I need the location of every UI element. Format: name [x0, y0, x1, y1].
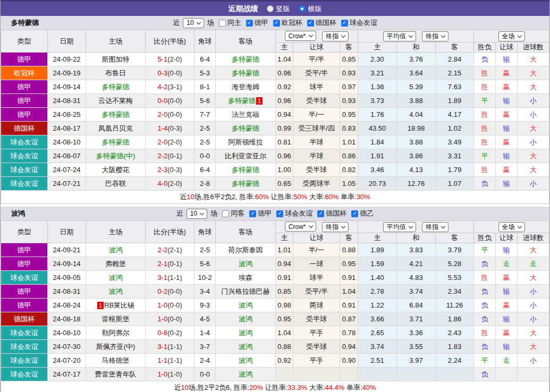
result-handicap-cell: 赢 [496, 326, 518, 340]
recent-count-select[interactable]: 10 [187, 209, 207, 219]
match-row: 德甲24-09-14多特蒙德4-2(3-1)8-1海登海姆0.92球半0.971… [1, 80, 549, 94]
halftime-score: (0-2) [167, 329, 182, 337]
league-filter-checkbox[interactable]: ✓ [351, 210, 358, 217]
col-header-odds-home: 主 [276, 42, 293, 53]
bookmaker-select[interactable]: Crow* [285, 221, 316, 232]
summary-text: 场,胜6平2负2, 胜率: [194, 193, 255, 201]
odds-home-cell: 0.95 [276, 312, 293, 326]
corner-cell: 6-4 [194, 53, 216, 66]
col-header-away: 客场 [216, 30, 276, 53]
avg-draw-cell: 3.36 [397, 326, 436, 340]
col-header-score: 比分(半场) [146, 30, 194, 53]
league-filter-checkbox[interactable]: ✓ [273, 20, 280, 27]
result-outcome-cell: 胜 [474, 80, 496, 94]
avg-draw-cell: 3.83 [397, 243, 436, 257]
home-team-name: 多特蒙德(中) [96, 152, 136, 160]
date-cell: 24-09-14 [48, 257, 86, 271]
league-filter-checkbox[interactable]: ✓ [249, 210, 256, 217]
summary-text: 大率: [307, 193, 325, 201]
halftime-score: (0-0) [167, 69, 182, 77]
home-team-cell: 大阪樱花 [86, 163, 146, 177]
layout-radio-horizontal[interactable]: 横版 [299, 4, 322, 14]
home-team-name: 斯佩齐亚(中) [96, 343, 136, 351]
average-select[interactable]: 平均值 [383, 222, 416, 232]
average-stage-select[interactable]: 终指 [422, 31, 449, 41]
average-select[interactable]: 平均值 [383, 31, 416, 41]
odds-away-cell: 0.86 [340, 149, 358, 163]
odds-handicap-cell: 受平/半 [293, 285, 340, 299]
league-filter-checkbox[interactable]: ✓ [307, 20, 314, 27]
corner-cell: 2-8 [194, 177, 216, 191]
odds-away-cell: 0.85 [340, 53, 358, 66]
result-handicap-cell: 赢 [496, 299, 518, 312]
league-type-cell: 球会友谊 [1, 135, 48, 149]
result-outcome-cell: 胜 [474, 108, 496, 122]
odds-away-cell: 0.91 [340, 299, 358, 312]
bookmaker-select[interactable]: Crow* [285, 31, 316, 41]
away-team-cell: 波鸿 [216, 312, 276, 326]
summary-text: 近 [180, 193, 187, 201]
league-filter-label: 球会友谊 [285, 209, 312, 218]
odds-away-cell: 0.95 [340, 257, 358, 271]
scope-select[interactable]: 全场 [498, 222, 525, 232]
fulltime-score: 1-1 [157, 356, 167, 364]
result-goals-cell: 大 [518, 149, 549, 163]
away-team-name: 多特蒙德 [232, 180, 259, 188]
league-filter-checkbox[interactable]: ✓ [341, 20, 348, 27]
league-type-cell: 球会友谊 [1, 326, 48, 340]
league-type-cell: 球会友谊 [1, 271, 48, 285]
away-team-name: 海登海姆 [232, 83, 259, 91]
odds-handicap-cell: 半/一 [293, 108, 340, 122]
away-team-name: 多特蒙德 [232, 124, 259, 132]
score-cell: 4-2(3-1) [146, 80, 194, 94]
match-row: 球会友谊24-07-30斯佩齐亚(中)3-1(1-1)3-7波鸿0.88受半球0… [1, 340, 549, 354]
matches-table: 类型 日期 主场 比分(半场) 角球 客场 Crow* 终指 平均值 终指 [1, 220, 549, 392]
result-outcome-cell: 负 [474, 285, 496, 299]
summary-text: 50% [293, 193, 307, 201]
home-team-name: 多特蒙德 [102, 83, 130, 91]
halftime-score: (0-1) [167, 260, 182, 268]
odds-home-cell: 0.94 [276, 257, 293, 271]
home-team-name: 波鸿 [109, 274, 123, 282]
handicap-stage-select[interactable]: 终指 [322, 31, 349, 41]
home-team-name: 斯图加特 [102, 55, 130, 63]
handicap-stage-select[interactable]: 终指 [322, 222, 349, 232]
topbar: 近期战绩 竖版 横版 [1, 0, 549, 16]
odds-handicap-cell: 球半 [293, 271, 340, 285]
handicap-odds-group-header: Crow* 终指 [276, 221, 358, 233]
same-venue-checkbox[interactable] [219, 20, 226, 27]
result-goals-cell: 大 [518, 243, 549, 257]
result-outcome-cell: 负 [474, 368, 496, 381]
avg-away-cell: 1.79 [436, 163, 474, 177]
corner-cell: 4-5 [194, 312, 216, 326]
same-venue-checkbox[interactable] [222, 210, 229, 217]
result-outcome-cell: 负 [474, 53, 496, 66]
odds-away-cell: 0.94 [340, 340, 358, 354]
away-team-cell: 阿斯顿维拉 [216, 135, 276, 149]
league-filter-checkbox[interactable]: ✓ [317, 210, 324, 217]
match-row: 德甲24-08-31云达不莱梅0-0(0-0)5-6多特蒙德10.96受半球0.… [1, 94, 549, 108]
odds-away-cell: 0.93 [340, 94, 358, 108]
home-team-cell: 布鲁日 [86, 66, 146, 80]
scope-select[interactable]: 全场 [498, 31, 525, 41]
league-filter-checkbox[interactable]: ✓ [246, 20, 253, 27]
league-type-cell: 德甲 [1, 299, 48, 312]
avg-away-cell: 7.63 [436, 80, 474, 94]
avg-draw-cell: 6.84 [397, 299, 436, 312]
radio-horizontal-label: 横版 [308, 4, 322, 14]
fulltime-score: 2-2 [157, 246, 167, 254]
average-stage-select[interactable]: 终指 [422, 222, 449, 232]
result-goals-cell: 大 [518, 163, 549, 177]
avg-away-cell: 5.28 [436, 257, 474, 271]
fulltime-score: 1-4 [157, 124, 167, 132]
result-goals-cell: 大 [518, 271, 549, 285]
league-filter-label: 德甲 [258, 209, 272, 218]
result-outcome-cell: 平 [474, 149, 496, 163]
league-filter-checkbox[interactable]: ✓ [276, 210, 283, 217]
filters: 近10场同客✓德甲✓球会友谊✓德国杯✓德乙 [175, 209, 375, 219]
recent-count-select[interactable]: 10 [183, 18, 204, 28]
avg-home-cell: 43.50 [358, 122, 397, 135]
avg-away-cell: 2.84 [436, 53, 474, 66]
layout-radio-vertical[interactable]: 竖版 [267, 4, 290, 14]
avg-home-cell: 20.73 [358, 177, 397, 191]
